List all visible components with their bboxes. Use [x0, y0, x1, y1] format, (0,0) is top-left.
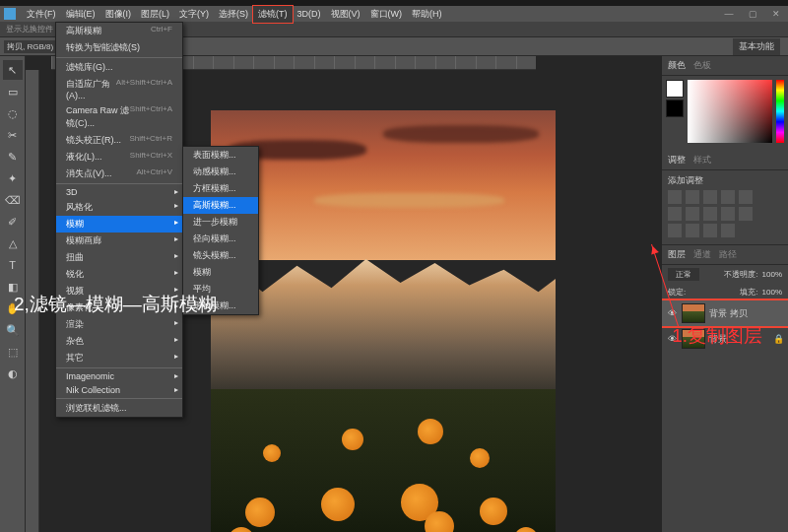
tool-12[interactable]: 🔍	[3, 320, 23, 340]
adj-icon[interactable]	[686, 190, 699, 204]
tab-swatches[interactable]: 色板	[693, 59, 711, 72]
color-spectrum[interactable]	[688, 80, 772, 143]
tool-1[interactable]: ▭	[3, 82, 23, 101]
opacity-value[interactable]: 100%	[762, 270, 782, 279]
tool-6[interactable]: ⌫	[3, 190, 23, 210]
filter-menu: 高斯模糊Ctrl+F转换为智能滤镜(S)滤镜库(G)...自适应广角(A)...…	[55, 22, 183, 418]
blur-submenu-item[interactable]: 表面模糊...	[183, 147, 258, 164]
filter-menu-item[interactable]: 液化(L)...Shift+Ctrl+X	[56, 149, 182, 166]
adj-icon[interactable]	[721, 190, 735, 204]
tool-4[interactable]: ✎	[3, 147, 23, 166]
menu-view[interactable]: 视图(V)	[326, 6, 365, 23]
blur-submenu-item[interactable]: 径向模糊...	[183, 231, 258, 247]
adj-icon[interactable]	[703, 207, 717, 221]
adj-icon[interactable]	[668, 224, 682, 237]
menu-window[interactable]: 窗口(W)	[365, 6, 408, 23]
blur-submenu-item[interactable]: 平均	[183, 281, 258, 298]
blur-submenu-item[interactable]: 高斯模糊...	[183, 197, 258, 214]
filter-menu-item[interactable]: 转换为智能滤镜(S)	[56, 39, 182, 56]
blur-submenu-item[interactable]: 模糊	[183, 264, 258, 281]
filter-menu-item[interactable]: 锐化	[56, 266, 182, 283]
tools-panel: ↖▭◌✂✎✦⌫✐△T◧✋🔍⬚◐	[0, 56, 26, 532]
adj-icon[interactable]	[721, 207, 735, 221]
tool-7[interactable]: ✐	[3, 212, 23, 232]
tool-14[interactable]: ◐	[3, 364, 23, 383]
layer-row-copy[interactable]: 👁 背景 拷贝	[662, 300, 788, 326]
tool-5[interactable]: ✦	[3, 168, 23, 188]
color-panel-header: 颜色 色板	[662, 56, 788, 76]
filter-menu-item[interactable]: 模糊	[56, 216, 182, 233]
layer-row-bg[interactable]: 👁 背景 🔒	[662, 326, 788, 352]
filter-menu-item[interactable]: 视频	[56, 283, 182, 299]
bg-color-swatch[interactable]	[666, 100, 684, 117]
tab-layers[interactable]: 图层	[668, 248, 686, 261]
menu-help[interactable]: 帮助(H)	[407, 6, 447, 23]
filter-menu-item[interactable]: 3D	[56, 185, 182, 199]
adj-icon[interactable]	[686, 224, 699, 237]
filter-menu-item[interactable]: 风格化	[56, 199, 182, 216]
tab-style[interactable]: 样式	[693, 154, 711, 166]
adj-icon[interactable]	[668, 207, 682, 221]
tool-9[interactable]: T	[3, 255, 23, 275]
workspace-switcher[interactable]: 基本功能	[733, 38, 780, 55]
filter-menu-item[interactable]: 滤镜库(G)...	[56, 59, 182, 76]
tool-8[interactable]: △	[3, 233, 23, 253]
blur-submenu-item[interactable]: 形状模糊...	[183, 298, 258, 314]
blur-submenu-item[interactable]: 镜头模糊...	[183, 247, 258, 264]
filter-menu-item[interactable]: 高斯模糊Ctrl+F	[56, 23, 182, 39]
window-controls: — ▢ ✕	[717, 6, 788, 22]
fill-value[interactable]: 100%	[762, 288, 782, 297]
blend-mode-select[interactable]: 正常	[668, 268, 699, 281]
filter-menu-item[interactable]: Camera Raw 滤镜(C)...Shift+Ctrl+A	[56, 102, 182, 132]
adj-icon[interactable]	[686, 207, 699, 221]
menu-image[interactable]: 图像(I)	[100, 6, 137, 23]
filter-menu-item[interactable]: 自适应广角(A)...Alt+Shift+Ctrl+A	[56, 76, 182, 102]
filter-menu-item[interactable]: 渲染	[56, 316, 182, 333]
menu-layer[interactable]: 图层(L)	[136, 6, 174, 23]
adj-icon[interactable]	[739, 190, 753, 204]
color-picker[interactable]	[662, 76, 788, 151]
menu-type[interactable]: 文字(Y)	[174, 6, 214, 23]
tool-3[interactable]: ✂	[3, 125, 23, 145]
adj-icon[interactable]	[703, 224, 717, 237]
doc-tab[interactable]: 拷贝, RGB/8) *	[4, 40, 61, 53]
tab-paths[interactable]: 路径	[719, 248, 737, 261]
filter-menu-item[interactable]: 扭曲	[56, 249, 182, 266]
visibility-icon[interactable]: 👁	[666, 333, 678, 345]
tab-channels[interactable]: 通道	[693, 248, 711, 261]
menu-3d[interactable]: 3D(D)	[293, 7, 326, 21]
fg-color-swatch[interactable]	[666, 80, 684, 98]
close-icon[interactable]: ✕	[764, 6, 788, 22]
tool-10[interactable]: ◧	[3, 277, 23, 297]
tool-13[interactable]: ⬚	[3, 342, 23, 362]
tool-11[interactable]: ✋	[3, 299, 23, 318]
filter-menu-item[interactable]: 像素化	[56, 299, 182, 316]
blur-submenu-item[interactable]: 动感模糊...	[183, 164, 258, 180]
filter-menu-item[interactable]: 模糊画廊	[56, 233, 182, 249]
tab-color[interactable]: 颜色	[668, 59, 686, 72]
tool-2[interactable]: ◌	[3, 103, 23, 123]
filter-menu-item[interactable]: Nik Collection	[56, 383, 182, 397]
filter-menu-item[interactable]: 杂色	[56, 333, 182, 350]
hue-slider[interactable]	[776, 80, 784, 143]
maximize-icon[interactable]: ▢	[741, 6, 764, 22]
filter-menu-item[interactable]: 消失点(V)...Alt+Ctrl+V	[56, 166, 182, 182]
menu-edit[interactable]: 编辑(E)	[61, 6, 100, 23]
filter-menu-item[interactable]: Imagenomic	[56, 369, 182, 383]
filter-menu-item[interactable]: 浏览联机滤镜...	[56, 400, 182, 417]
tool-0[interactable]: ↖	[3, 60, 23, 80]
menu-file[interactable]: 文件(F)	[22, 6, 61, 23]
adj-icon[interactable]	[721, 224, 735, 237]
tab-adjust[interactable]: 调整	[668, 154, 686, 166]
adj-icon[interactable]	[668, 190, 682, 204]
image-sky	[211, 110, 556, 260]
adj-icon[interactable]	[703, 190, 717, 204]
menu-filter[interactable]: 滤镜(T)	[253, 6, 293, 23]
filter-menu-item[interactable]: 镜头校正(R)...Shift+Ctrl+R	[56, 132, 182, 149]
adj-icon[interactable]	[739, 207, 753, 221]
blur-submenu-item[interactable]: 进一步模糊	[183, 214, 258, 231]
blur-submenu-item[interactable]: 方框模糊...	[183, 180, 258, 197]
minimize-icon[interactable]: —	[717, 6, 741, 22]
filter-menu-item[interactable]: 其它	[56, 350, 182, 366]
menu-select[interactable]: 选择(S)	[214, 6, 253, 23]
